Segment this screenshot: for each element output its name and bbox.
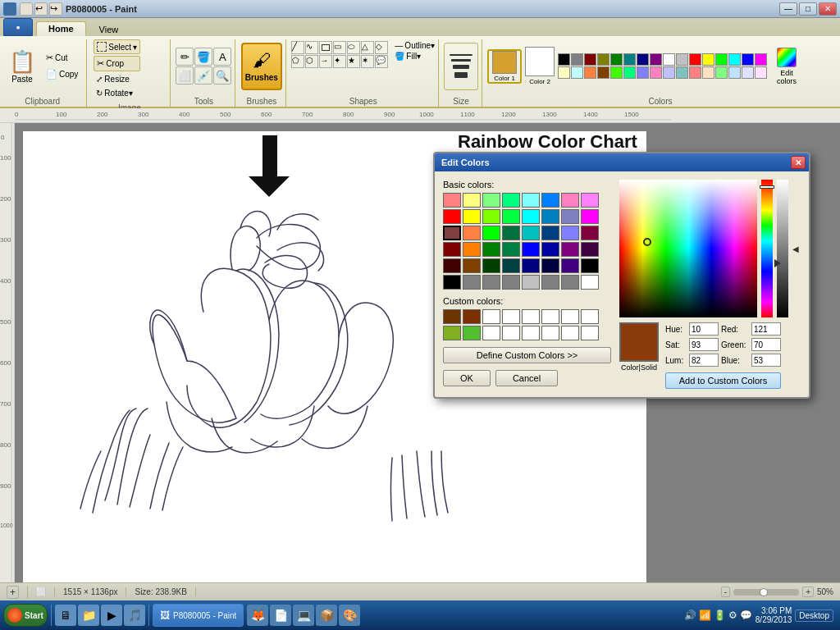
custom-color-swatch[interactable]: [581, 309, 599, 324]
shape-roundrect[interactable]: ▭: [333, 41, 346, 54]
custom-color-swatch[interactable]: [541, 326, 559, 340]
lum-input[interactable]: [689, 354, 719, 367]
basic-color-swatch[interactable]: [463, 193, 481, 208]
taskbar-icon-hp[interactable]: 🖥: [55, 605, 76, 626]
outline-btn[interactable]: —Outline▾: [395, 41, 435, 50]
custom-color-swatch[interactable]: [522, 326, 540, 340]
shape-star5[interactable]: ★: [347, 55, 360, 68]
basic-color-swatch[interactable]: [581, 275, 599, 290]
taskbar-icon-6[interactable]: 📦: [316, 605, 337, 626]
basic-color-swatch[interactable]: [502, 226, 520, 240]
palette-swatch[interactable]: [623, 66, 636, 79]
custom-color-swatch[interactable]: [561, 309, 579, 324]
blue-input[interactable]: [751, 354, 781, 367]
shape-line[interactable]: ╱: [291, 41, 304, 54]
shape-arrow[interactable]: →: [319, 55, 332, 68]
brushes-btn[interactable]: 🖌 Brushes: [241, 43, 282, 90]
paste-btn[interactable]: 📋 Paste: [3, 43, 41, 90]
pencil-tool[interactable]: ✏: [176, 48, 194, 66]
custom-color-swatch[interactable]: [463, 309, 481, 324]
zoom-minus[interactable]: -: [721, 587, 730, 597]
palette-swatch[interactable]: [689, 66, 701, 79]
green-input[interactable]: [751, 338, 781, 351]
status-nav[interactable]: +: [7, 586, 28, 599]
crop-btn[interactable]: ✂ Crop: [94, 56, 140, 71]
red-input[interactable]: [751, 322, 781, 336]
palette-swatch[interactable]: [623, 53, 636, 66]
taskbar-icon-ff[interactable]: 🦊: [247, 605, 268, 626]
palette-swatch[interactable]: [597, 53, 609, 66]
select-btn[interactable]: Select▾: [94, 39, 140, 54]
shape-callout[interactable]: 💬: [375, 55, 388, 68]
minimize-btn[interactable]: —: [779, 2, 797, 16]
basic-color-swatch[interactable]: [443, 258, 461, 273]
basic-color-swatch[interactable]: [482, 275, 500, 290]
basic-color-swatch[interactable]: [502, 209, 520, 224]
palette-swatch[interactable]: [715, 66, 728, 79]
basic-color-swatch[interactable]: [581, 242, 599, 257]
basic-color-swatch[interactable]: [482, 209, 500, 224]
basic-color-swatch[interactable]: [482, 258, 500, 273]
palette-swatch[interactable]: [755, 53, 767, 66]
basic-color-swatch[interactable]: [443, 193, 461, 208]
palette-swatch[interactable]: [558, 53, 570, 66]
shape-pentagon[interactable]: ⬠: [291, 55, 304, 68]
taskbar-icon-5[interactable]: 💻: [293, 605, 314, 626]
palette-swatch[interactable]: [676, 66, 688, 79]
basic-color-swatch[interactable]: [443, 275, 461, 290]
palette-swatch[interactable]: [584, 66, 596, 79]
add-to-custom-btn[interactable]: Add to Custom Colors: [665, 372, 781, 389]
palette-swatch[interactable]: [650, 66, 662, 79]
basic-color-swatch[interactable]: [581, 209, 599, 224]
palette-swatch[interactable]: [715, 53, 728, 66]
slider-up[interactable]: ◀: [792, 244, 799, 253]
close-btn[interactable]: ✕: [819, 2, 837, 16]
paint-taskbar-item[interactable]: 🖼 P8080005 - Paint: [153, 604, 244, 627]
basic-color-swatch[interactable]: [502, 275, 520, 290]
basic-color-swatch[interactable]: [502, 193, 520, 208]
basic-color-swatch[interactable]: [541, 193, 559, 208]
palette-swatch[interactable]: [650, 53, 662, 66]
basic-color-swatch[interactable]: [522, 209, 540, 224]
zoom-slider[interactable]: [733, 589, 799, 596]
color2-btn[interactable]: [525, 47, 555, 76]
tray-icon-2[interactable]: 📶: [699, 609, 711, 621]
basic-color-swatch[interactable]: [541, 242, 559, 257]
taskbar-icon-2[interactable]: 📁: [78, 605, 99, 626]
custom-color-swatch[interactable]: [443, 326, 461, 340]
magnify-tool[interactable]: 🔍: [213, 66, 231, 84]
basic-color-swatch[interactable]: [581, 193, 599, 208]
eraser-tool[interactable]: ⬜: [176, 66, 194, 84]
basic-color-swatch[interactable]: [541, 209, 559, 224]
custom-color-swatch[interactable]: [581, 326, 599, 340]
basic-color-swatch[interactable]: [581, 226, 599, 240]
custom-color-swatch[interactable]: [522, 309, 540, 324]
basic-color-swatch[interactable]: [443, 226, 461, 240]
basic-color-swatch[interactable]: [522, 193, 540, 208]
custom-color-swatch[interactable]: [561, 326, 579, 340]
palette-swatch[interactable]: [702, 53, 714, 66]
color-spectrum[interactable]: [619, 180, 757, 317]
basic-color-swatch[interactable]: [541, 275, 559, 290]
tray-icon-1[interactable]: 🔊: [684, 609, 696, 621]
quick-redo-btn[interactable]: ↪: [49, 2, 62, 16]
text-tool[interactable]: A: [213, 48, 231, 66]
palette-swatch[interactable]: [597, 66, 609, 79]
sat-input[interactable]: [689, 338, 719, 351]
palette-swatch[interactable]: [571, 53, 583, 66]
cancel-btn[interactable]: Cancel: [495, 370, 558, 386]
basic-color-swatch[interactable]: [522, 275, 540, 290]
tray-icon-4[interactable]: ⚙: [728, 609, 737, 621]
basic-color-swatch[interactable]: [502, 258, 520, 273]
palette-swatch[interactable]: [742, 66, 754, 79]
basic-color-swatch[interactable]: [581, 258, 599, 273]
shape-curve[interactable]: ∿: [305, 41, 318, 54]
palette-swatch[interactable]: [610, 66, 623, 79]
basic-color-swatch[interactable]: [482, 226, 500, 240]
palette-swatch[interactable]: [689, 53, 701, 66]
basic-color-swatch[interactable]: [522, 226, 540, 240]
palette-swatch[interactable]: [728, 53, 741, 66]
dialog-close-btn[interactable]: ✕: [791, 156, 806, 169]
basic-color-swatch[interactable]: [561, 209, 579, 224]
color1-btn[interactable]: Color 1: [487, 49, 522, 84]
